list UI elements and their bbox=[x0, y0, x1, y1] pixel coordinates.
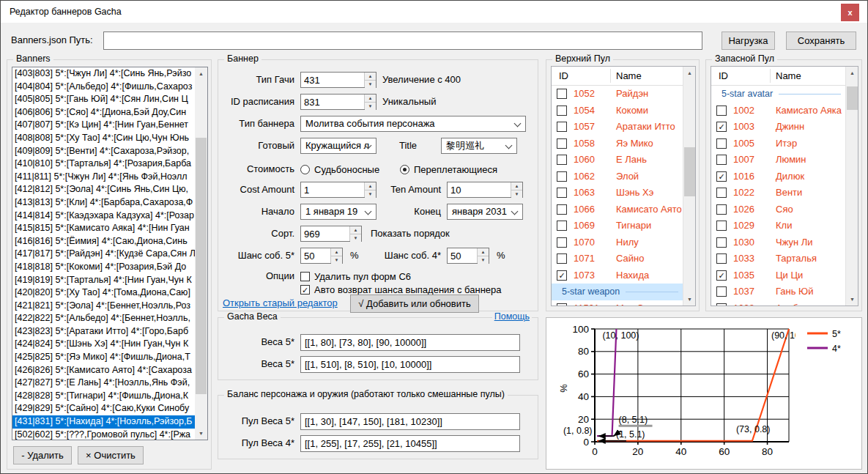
pool-item-row[interactable]: 1070Нилу bbox=[552, 234, 683, 251]
pool-item-row[interactable]: 1007Люмин bbox=[711, 152, 845, 169]
banner-list-item[interactable]: [431|831] 5*:[Нахида] 4*:[Ноэлль,Рэйзор,… bbox=[12, 415, 195, 429]
pool-item-row[interactable]: 1060Е Лань bbox=[552, 152, 683, 169]
spinner-arrows-icon[interactable]: ▲▼ bbox=[477, 248, 489, 263]
pool-weights5-input[interactable] bbox=[300, 413, 520, 430]
add-or-update-button[interactable]: √ Добавить или обновить bbox=[350, 295, 479, 313]
load-button[interactable]: Нагрузка bbox=[722, 32, 775, 50]
banner-list-item[interactable]: [409|809] 5*:[Венти] 4*:[Сахароза,Рэйзор… bbox=[12, 145, 195, 158]
banner-list-item[interactable]: [413|813] 5*:[Кли] 4*:[Барбара,Сахароза,… bbox=[12, 196, 195, 210]
scroll-down-icon[interactable]: ▼ bbox=[846, 293, 858, 305]
checkbox-icon[interactable] bbox=[716, 155, 727, 165]
checkbox-checked-icon[interactable]: ✓ bbox=[557, 270, 567, 281]
banner-list-item[interactable]: [424|824] 5*:[Шэнь Хэ] 4*:[Нин Гуан,Чун … bbox=[12, 338, 195, 351]
banner-list-item[interactable]: [417|817] 5*:[Райдэн] 4*:[Кудзё Сара,Сян… bbox=[12, 248, 195, 261]
close-button[interactable]: x bbox=[841, 4, 859, 21]
spinner-arrows-icon[interactable]: ▲▼ bbox=[364, 73, 376, 87]
banners-scrollbar[interactable]: ▲ ▼ bbox=[195, 67, 207, 440]
checkbox-icon[interactable] bbox=[716, 105, 727, 116]
banner-list-item[interactable]: [406|806] 5*:[Сяо] 4*:[Диона,Бэй Доу,Син bbox=[12, 106, 195, 119]
checkbox-icon[interactable] bbox=[716, 253, 727, 264]
banner-list-item[interactable]: [416|816] 5*:[Ёимия] 4*:[Саю,Диона,Синь bbox=[12, 235, 195, 248]
checkbox-icon[interactable] bbox=[557, 171, 567, 182]
pool-item-row[interactable]: ✓1073Нахида bbox=[552, 267, 683, 284]
scroll-thumb[interactable] bbox=[847, 86, 858, 110]
sort-input[interactable] bbox=[301, 226, 349, 241]
path-input[interactable] bbox=[103, 32, 702, 50]
pool-item-row[interactable]: ✓1016Дилюк bbox=[711, 169, 845, 185]
pool-item-row[interactable]: 1030Чжун Ли bbox=[711, 234, 845, 251]
pool-category-separator[interactable]: 5-star avatar bbox=[711, 86, 845, 103]
spinner-arrows-icon[interactable]: ▲▼ bbox=[364, 95, 376, 109]
checkbox-icon[interactable] bbox=[716, 237, 727, 248]
banner-list-item[interactable]: [403|803] 5*:[Чжун Ли] 4*:[Синь Янь,Рэйз… bbox=[12, 67, 195, 81]
schedule-id-input[interactable] bbox=[301, 95, 364, 109]
pool-item-row[interactable]: 1069Тигнари bbox=[552, 218, 683, 234]
scroll-up-icon[interactable]: ▲ bbox=[846, 67, 858, 79]
delete-banner-button[interactable]: - Удалить bbox=[13, 446, 72, 464]
radio-intertwined[interactable]: Переплетающиеся bbox=[400, 161, 497, 177]
gacha-type-spinner[interactable]: ▲▼ bbox=[300, 72, 376, 88]
scroll-thumb[interactable] bbox=[196, 138, 207, 394]
banner-list-item[interactable]: [429|829] 5*:[Сайно] 4*:[Саю,Куки Синобу bbox=[12, 402, 195, 415]
checkbox-icon[interactable] bbox=[557, 204, 567, 215]
prefab-dropdown[interactable]: Кружащийся л bbox=[300, 138, 376, 154]
sort-spinner[interactable]: ▲▼ bbox=[300, 226, 362, 242]
pool-item-row[interactable]: 1038Альбедо bbox=[711, 300, 845, 306]
banner-type-dropdown[interactable]: Молитва события персонажа bbox=[300, 116, 526, 132]
banner-list-item[interactable]: [414|814] 5*:[Каэдэхара Кадзуха] 4*:[Роз… bbox=[12, 210, 195, 223]
pool-item-row[interactable]: ✓1035Ци Ци bbox=[711, 267, 845, 284]
banner-list-item[interactable]: [502|602] 5*:[???,Громовой пульс] 4*:[Рж… bbox=[12, 429, 195, 440]
banner-list-item[interactable]: [427|827] 5*:[Е Лань] 4*:[Ноэлль,Янь Фэй… bbox=[12, 377, 195, 390]
cost-amount-input[interactable] bbox=[301, 182, 364, 197]
checkbox-icon[interactable] bbox=[716, 204, 727, 215]
checkbox-icon[interactable] bbox=[557, 221, 567, 231]
pool-item-row[interactable]: 1063Шэнь Хэ bbox=[552, 185, 683, 201]
weights4-input[interactable] bbox=[300, 356, 520, 373]
banner-list-item[interactable]: [410|810] 5*:[Тарталья] 4*:[Розария,Барб… bbox=[12, 158, 195, 171]
gacha-type-input[interactable] bbox=[301, 73, 364, 87]
chance4-input[interactable] bbox=[448, 248, 477, 263]
title-dropdown[interactable]: 黎明巡礼 bbox=[441, 138, 517, 154]
radio-fate[interactable]: Судьбоносные bbox=[300, 161, 379, 177]
scroll-down-icon[interactable]: ▼ bbox=[683, 293, 696, 305]
banner-list-item[interactable]: [421|821] 5*:[Эола] 4*:[Беннет,Ноэлль,Ро… bbox=[12, 300, 195, 313]
pool-item-row[interactable]: 1033Тарталья bbox=[711, 251, 845, 267]
open-old-editor-link[interactable]: Открыть старый редактор bbox=[223, 297, 338, 308]
pool-item-row[interactable]: 1037Гань Юй bbox=[711, 284, 845, 300]
pool-category-separator[interactable]: 5-star weapon bbox=[552, 284, 683, 300]
scroll-down-icon[interactable]: ▼ bbox=[195, 427, 207, 440]
banner-list-item[interactable]: [407|807] 5*:[Кэ Цин] 4*:[Нин Гуан,Бенне… bbox=[12, 119, 195, 132]
checkbox-icon[interactable] bbox=[716, 188, 727, 198]
banner-list-item[interactable]: [405|805] 5*:[Гань Юй] 4*:[Сян Лин,Син Ц bbox=[12, 93, 195, 106]
banner-list-item[interactable]: [425|825] 5*:[Яэ Мико] 4*:[Фишль,Диона,Т bbox=[12, 351, 195, 364]
checkbox-icon[interactable] bbox=[557, 138, 567, 149]
scroll-thumb[interactable] bbox=[684, 147, 695, 196]
pool-item-row[interactable]: 1022Венти bbox=[711, 185, 845, 201]
checkbox-icon[interactable] bbox=[557, 237, 567, 248]
checkbox-icon[interactable] bbox=[557, 188, 567, 198]
chance5-input[interactable] bbox=[301, 248, 330, 263]
upper-pool-scrollbar[interactable]: ▲ ▼ bbox=[683, 67, 695, 305]
checkbox-icon[interactable] bbox=[557, 253, 567, 264]
pool-item-row[interactable]: 1054Кокоми bbox=[552, 103, 683, 119]
banner-list-item[interactable]: [412|812] 5*:[Эола] 4*:[Синь Янь,Син Цю, bbox=[12, 183, 195, 196]
pool-item-row[interactable]: 1057Аратаки Итто bbox=[552, 119, 683, 136]
banner-list-item[interactable]: [404|804] 5*:[Альбедо] 4*:[Фишль,Сахароз bbox=[12, 81, 195, 94]
banner-list-item[interactable]: [418|818] 5*:[Кокоми] 4*:[Розария,Бэй До bbox=[12, 261, 195, 274]
scroll-up-icon[interactable]: ▲ bbox=[683, 67, 696, 79]
banner-list-item[interactable]: [408|808] 5*:[Ху Тао] 4*:[Син Цю,Чун Юнь bbox=[12, 132, 195, 145]
option-remove-c6-checkbox[interactable]: Удалить пул форм C6 bbox=[300, 270, 411, 283]
pool-item-row[interactable]: 1062Элой bbox=[552, 169, 683, 185]
pool-weights4-input[interactable] bbox=[300, 435, 520, 452]
scroll-up-icon[interactable]: ▲ bbox=[195, 67, 207, 80]
pool-item-row[interactable]: 1058Яэ Мико bbox=[552, 136, 683, 152]
checkbox-icon[interactable] bbox=[557, 89, 567, 99]
pool-item-row[interactable]: 1026Сяо bbox=[711, 201, 845, 218]
pool-item-row[interactable]: 1002Камисато Аяка bbox=[711, 103, 845, 119]
checkbox-icon[interactable] bbox=[716, 221, 727, 231]
checkbox-icon[interactable] bbox=[557, 122, 567, 132]
checkbox-icon[interactable] bbox=[557, 105, 567, 116]
checkbox-icon[interactable] bbox=[557, 303, 567, 306]
banners-listbox[interactable]: [403|803] 5*:[Чжун Ли] 4*:[Синь Янь,Рэйз… bbox=[12, 67, 208, 440]
checkbox-icon[interactable] bbox=[716, 138, 727, 149]
